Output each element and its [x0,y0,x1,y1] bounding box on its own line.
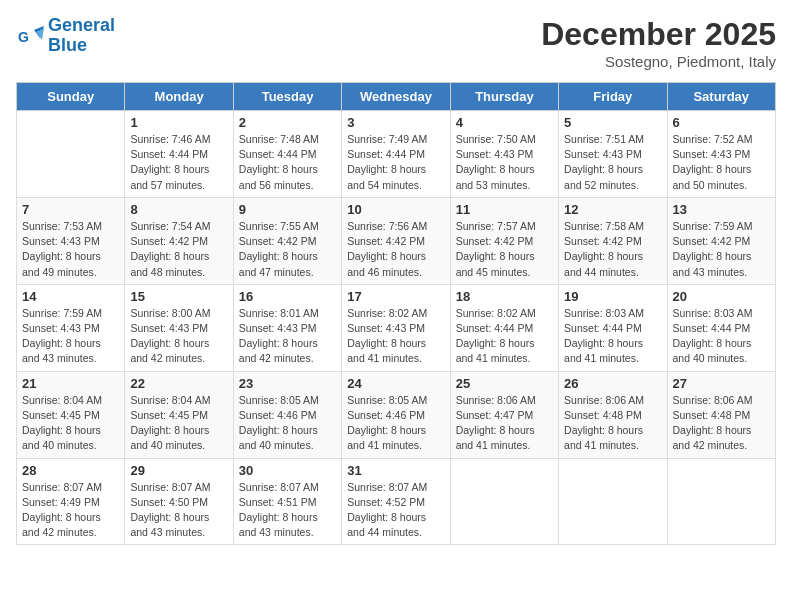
day-number: 29 [130,463,227,478]
day-number: 16 [239,289,336,304]
day-number: 24 [347,376,444,391]
day-info: Sunrise: 7:46 AM Sunset: 4:44 PM Dayligh… [130,132,227,193]
day-cell: 18Sunrise: 8:02 AM Sunset: 4:44 PM Dayli… [450,284,558,371]
day-number: 20 [673,289,770,304]
header-cell-sunday: Sunday [17,83,125,111]
day-info: Sunrise: 8:03 AM Sunset: 4:44 PM Dayligh… [673,306,770,367]
day-cell [17,111,125,198]
day-info: Sunrise: 7:59 AM Sunset: 4:42 PM Dayligh… [673,219,770,280]
header-cell-tuesday: Tuesday [233,83,341,111]
day-info: Sunrise: 8:04 AM Sunset: 4:45 PM Dayligh… [22,393,119,454]
day-number: 1 [130,115,227,130]
day-number: 19 [564,289,661,304]
day-info: Sunrise: 7:49 AM Sunset: 4:44 PM Dayligh… [347,132,444,193]
day-cell: 14Sunrise: 7:59 AM Sunset: 4:43 PM Dayli… [17,284,125,371]
day-number: 7 [22,202,119,217]
day-cell: 23Sunrise: 8:05 AM Sunset: 4:46 PM Dayli… [233,371,341,458]
day-info: Sunrise: 7:51 AM Sunset: 4:43 PM Dayligh… [564,132,661,193]
day-number: 18 [456,289,553,304]
day-cell: 5Sunrise: 7:51 AM Sunset: 4:43 PM Daylig… [559,111,667,198]
day-number: 26 [564,376,661,391]
day-number: 11 [456,202,553,217]
page-header: G General Blue December 2025 Sostegno, P… [16,16,776,70]
day-info: Sunrise: 7:53 AM Sunset: 4:43 PM Dayligh… [22,219,119,280]
day-cell: 6Sunrise: 7:52 AM Sunset: 4:43 PM Daylig… [667,111,775,198]
day-info: Sunrise: 7:55 AM Sunset: 4:42 PM Dayligh… [239,219,336,280]
day-cell: 29Sunrise: 8:07 AM Sunset: 4:50 PM Dayli… [125,458,233,545]
logo-line1: General [48,15,115,35]
day-number: 10 [347,202,444,217]
day-number: 30 [239,463,336,478]
day-cell [559,458,667,545]
header-cell-wednesday: Wednesday [342,83,450,111]
day-cell: 7Sunrise: 7:53 AM Sunset: 4:43 PM Daylig… [17,197,125,284]
day-cell: 31Sunrise: 8:07 AM Sunset: 4:52 PM Dayli… [342,458,450,545]
day-info: Sunrise: 7:57 AM Sunset: 4:42 PM Dayligh… [456,219,553,280]
day-cell [450,458,558,545]
header-cell-thursday: Thursday [450,83,558,111]
day-number: 23 [239,376,336,391]
day-number: 9 [239,202,336,217]
month-title: December 2025 [541,16,776,53]
day-cell: 27Sunrise: 8:06 AM Sunset: 4:48 PM Dayli… [667,371,775,458]
day-cell: 28Sunrise: 8:07 AM Sunset: 4:49 PM Dayli… [17,458,125,545]
day-cell: 20Sunrise: 8:03 AM Sunset: 4:44 PM Dayli… [667,284,775,371]
svg-text:G: G [18,29,29,45]
day-info: Sunrise: 8:06 AM Sunset: 4:47 PM Dayligh… [456,393,553,454]
day-cell: 17Sunrise: 8:02 AM Sunset: 4:43 PM Dayli… [342,284,450,371]
day-cell: 26Sunrise: 8:06 AM Sunset: 4:48 PM Dayli… [559,371,667,458]
logo: G General Blue [16,16,115,56]
day-number: 4 [456,115,553,130]
logo-icon: G [16,22,44,50]
day-number: 6 [673,115,770,130]
day-info: Sunrise: 8:04 AM Sunset: 4:45 PM Dayligh… [130,393,227,454]
day-info: Sunrise: 7:50 AM Sunset: 4:43 PM Dayligh… [456,132,553,193]
day-info: Sunrise: 8:02 AM Sunset: 4:43 PM Dayligh… [347,306,444,367]
day-number: 13 [673,202,770,217]
day-info: Sunrise: 8:07 AM Sunset: 4:52 PM Dayligh… [347,480,444,541]
day-cell: 11Sunrise: 7:57 AM Sunset: 4:42 PM Dayli… [450,197,558,284]
day-number: 28 [22,463,119,478]
day-info: Sunrise: 7:52 AM Sunset: 4:43 PM Dayligh… [673,132,770,193]
day-number: 31 [347,463,444,478]
day-info: Sunrise: 8:03 AM Sunset: 4:44 PM Dayligh… [564,306,661,367]
day-info: Sunrise: 7:54 AM Sunset: 4:42 PM Dayligh… [130,219,227,280]
day-info: Sunrise: 8:06 AM Sunset: 4:48 PM Dayligh… [564,393,661,454]
day-info: Sunrise: 8:02 AM Sunset: 4:44 PM Dayligh… [456,306,553,367]
day-cell: 19Sunrise: 8:03 AM Sunset: 4:44 PM Dayli… [559,284,667,371]
day-number: 14 [22,289,119,304]
day-cell: 8Sunrise: 7:54 AM Sunset: 4:42 PM Daylig… [125,197,233,284]
day-info: Sunrise: 7:48 AM Sunset: 4:44 PM Dayligh… [239,132,336,193]
day-info: Sunrise: 8:07 AM Sunset: 4:50 PM Dayligh… [130,480,227,541]
day-number: 25 [456,376,553,391]
day-cell: 12Sunrise: 7:58 AM Sunset: 4:42 PM Dayli… [559,197,667,284]
day-number: 12 [564,202,661,217]
day-info: Sunrise: 8:06 AM Sunset: 4:48 PM Dayligh… [673,393,770,454]
week-row-3: 14Sunrise: 7:59 AM Sunset: 4:43 PM Dayli… [17,284,776,371]
day-cell: 13Sunrise: 7:59 AM Sunset: 4:42 PM Dayli… [667,197,775,284]
day-cell [667,458,775,545]
day-info: Sunrise: 7:56 AM Sunset: 4:42 PM Dayligh… [347,219,444,280]
day-cell: 4Sunrise: 7:50 AM Sunset: 4:43 PM Daylig… [450,111,558,198]
day-info: Sunrise: 8:01 AM Sunset: 4:43 PM Dayligh… [239,306,336,367]
day-cell: 1Sunrise: 7:46 AM Sunset: 4:44 PM Daylig… [125,111,233,198]
day-cell: 9Sunrise: 7:55 AM Sunset: 4:42 PM Daylig… [233,197,341,284]
day-number: 22 [130,376,227,391]
header-cell-friday: Friday [559,83,667,111]
logo-line2: Blue [48,35,87,55]
day-info: Sunrise: 8:07 AM Sunset: 4:49 PM Dayligh… [22,480,119,541]
calendar-header: SundayMondayTuesdayWednesdayThursdayFrid… [17,83,776,111]
day-cell: 30Sunrise: 8:07 AM Sunset: 4:51 PM Dayli… [233,458,341,545]
location: Sostegno, Piedmont, Italy [541,53,776,70]
day-cell: 24Sunrise: 8:05 AM Sunset: 4:46 PM Dayli… [342,371,450,458]
day-info: Sunrise: 7:58 AM Sunset: 4:42 PM Dayligh… [564,219,661,280]
day-cell: 22Sunrise: 8:04 AM Sunset: 4:45 PM Dayli… [125,371,233,458]
day-cell: 16Sunrise: 8:01 AM Sunset: 4:43 PM Dayli… [233,284,341,371]
day-info: Sunrise: 8:05 AM Sunset: 4:46 PM Dayligh… [239,393,336,454]
day-info: Sunrise: 8:05 AM Sunset: 4:46 PM Dayligh… [347,393,444,454]
header-cell-monday: Monday [125,83,233,111]
title-block: December 2025 Sostegno, Piedmont, Italy [541,16,776,70]
day-cell: 25Sunrise: 8:06 AM Sunset: 4:47 PM Dayli… [450,371,558,458]
day-number: 27 [673,376,770,391]
day-number: 3 [347,115,444,130]
